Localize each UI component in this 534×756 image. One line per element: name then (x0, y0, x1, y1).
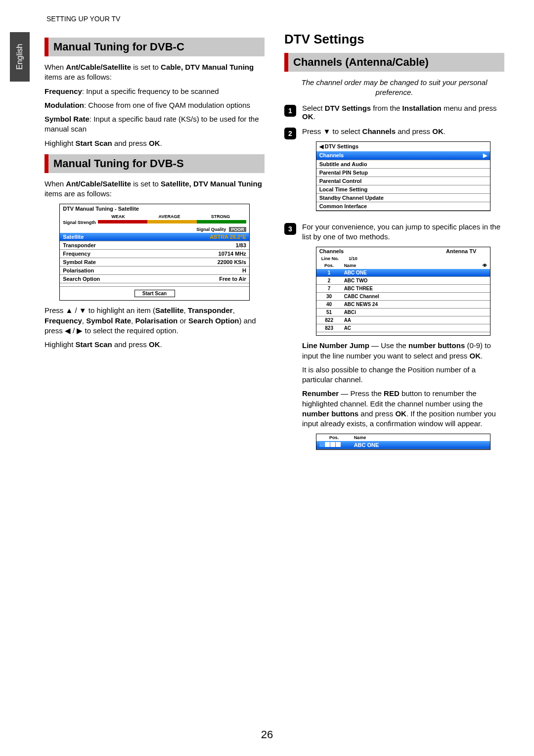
satellite-param-row: PolarisationH (60, 267, 249, 275)
channel-row: 823AC (316, 324, 490, 332)
eye-icon: 👁 (483, 263, 487, 268)
channel-row: 822AA (316, 316, 490, 324)
dtv-menu-item: Subtitle and Audio (316, 160, 490, 169)
step-number-icon: 2 (284, 128, 296, 139)
dtv-menu-item: Common Interface (316, 202, 490, 211)
start-scan-hint-2: Highlight Start Scan and press OK. (44, 340, 265, 350)
left-column: Manual Tuning for DVB-C When Ant/Cable/S… (44, 32, 265, 461)
dtv-menu-item: Standby Channel Update (316, 194, 490, 202)
dtv-settings-title: DTV Settings (284, 32, 504, 47)
channels-note: The channel order may be changed to suit… (284, 78, 504, 98)
satellite-param-row: Frequency10714 MHz (60, 250, 249, 258)
step-1: 1 Select DTV Settings from the Installat… (284, 104, 504, 121)
nav-instructions: Press ▲ / ▼ to highlight an item (Satell… (44, 306, 265, 336)
renumber-desc: Renumber — Press the RED button to renum… (302, 389, 504, 429)
satellite-param-row: Symbol Rate22000 KS/s (60, 258, 249, 267)
channels-header: Channels Antenna TV (316, 247, 490, 255)
channel-row: 1ABC ONE (316, 269, 490, 277)
signal-labels: WEAKAVERAGESTRONG (60, 213, 249, 219)
mod-desc: Modulation: Choose from one of five QAM … (44, 100, 265, 110)
signal-quality-row: Signal Quality POOR (60, 226, 249, 233)
step-2: 2 Press ▼ to select Channels and press O… (284, 127, 504, 216)
start-scan-hint-1: Highlight Start Scan and press OK. (44, 138, 265, 148)
channel-row: 2ABC TWO (316, 277, 490, 285)
freq-desc: Frequency: Input a specific frequency to… (44, 87, 265, 96)
dtv-menu-item: Local Time Setting (316, 185, 490, 194)
line-jump-desc: Line Number Jump — Use the number button… (302, 341, 504, 361)
language-tab: English (10, 32, 30, 82)
menu-back: ◀ DTV Settings (316, 142, 490, 151)
page-number: 26 (0, 728, 534, 741)
columns-header: Pos. Name 👁 (316, 262, 490, 269)
satellite-param-row: Transponder1/83 (60, 241, 249, 250)
channel-row: 30CABC Channel (316, 293, 490, 301)
channel-row: 40ABC NEWS 24 (316, 301, 490, 309)
signal-strength-row: Signal Strength (60, 219, 249, 226)
page-header: SETTING UP YOUR TV (46, 15, 504, 23)
start-scan-button: Start Scan (134, 290, 175, 297)
position-change-note: It is also possible to change the Positi… (302, 365, 504, 385)
dtv-menu-item: Parental PIN Setup (316, 169, 490, 177)
dvbs-intro: When Ant/Cable/Satellite is set to Satel… (44, 179, 265, 199)
step-3: 3 For your convenience, you can jump to … (284, 222, 504, 455)
dvbc-intro: When Ant/Cable/Satellite is set to Cable… (44, 62, 265, 83)
line-no-row: Line No. 1/10 (316, 255, 490, 262)
sym-desc: Symbol Rate: Input a specific baud rate … (44, 114, 265, 134)
renumber-row: ABC ONE (316, 441, 490, 449)
dtv-menu-item: Parental Control (316, 177, 490, 185)
step-number-icon: 1 (284, 105, 296, 117)
renumber-header: Pos. Name (316, 434, 490, 441)
satellite-tuning-ui: DTV Manual Tuning - Satellite WEAKAVERAG… (59, 204, 250, 301)
satellite-param-row: Search OptionFree to Air (60, 275, 249, 283)
ui-title: DTV Manual Tuning - Satellite (60, 204, 249, 213)
heading-dvbc: Manual Tuning for DVB-C (44, 38, 265, 56)
channel-row: 7ABC THREE (316, 285, 490, 293)
heading-dvbs: Manual Tuning for DVB-S (44, 154, 265, 173)
satellite-row-selected: Satellite ASTRA 28.2°E (60, 233, 249, 241)
renumber-ui: Pos. Name ABC ONE (316, 434, 491, 450)
dtv-menu-item: Channels▶ (316, 151, 490, 160)
right-column: DTV Settings Channels (Antenna/Cable) Th… (284, 32, 504, 461)
heading-channels: Channels (Antenna/Cable) (284, 53, 504, 72)
battery-icon (479, 248, 487, 253)
channels-list-ui: Channels Antenna TV Line No. 1/10 Pos. N… (316, 247, 491, 336)
dtv-settings-menu-ui: ◀ DTV Settings Channels▶Subtitle and Aud… (316, 141, 491, 211)
channel-row: 51ABCi (316, 309, 490, 316)
step-number-icon: 3 (284, 223, 296, 235)
